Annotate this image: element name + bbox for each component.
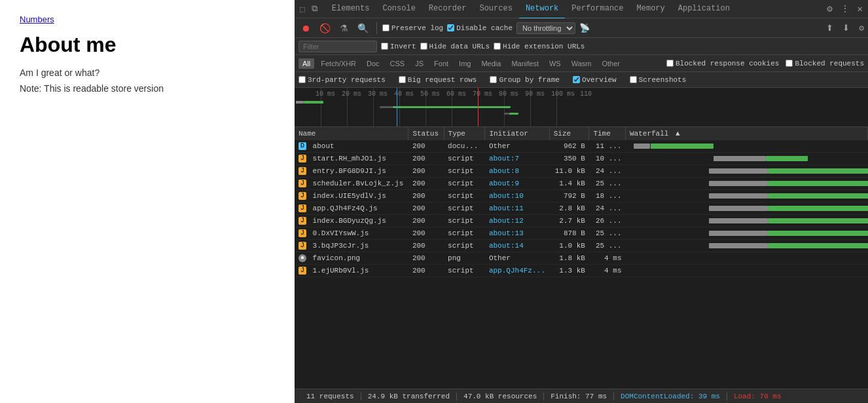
network-table-wrapper[interactable]: Name Status Type Initiator Size Time Wat… xyxy=(295,127,868,389)
screenshots-text: Screenshots xyxy=(639,76,687,84)
tab-elements[interactable]: Elements xyxy=(325,0,376,19)
filter-input[interactable] xyxy=(298,41,377,52)
col-header-status[interactable]: Status xyxy=(408,127,444,140)
screenshots-checkbox[interactable] xyxy=(630,76,637,83)
inspect-icon[interactable]: ⬚ xyxy=(297,3,308,16)
type-filter-img[interactable]: Img xyxy=(455,58,475,69)
tab-sources[interactable]: Sources xyxy=(473,0,518,19)
resource-name: 0.DxVIYswW.js xyxy=(313,229,369,237)
type-filter-fetch-xhr[interactable]: Fetch/XHR xyxy=(317,58,360,69)
domcontentloaded-line xyxy=(397,88,397,126)
type-filter-ws[interactable]: WS xyxy=(545,58,565,69)
resource-name: scheduler.BvLojk_z.js xyxy=(313,180,404,187)
cell-time: 10 ... xyxy=(589,153,626,165)
hide-extension-urls-checkbox[interactable] xyxy=(494,43,501,50)
blocked-requests-label[interactable]: Blocked requests xyxy=(786,60,864,67)
3rd-party-checkbox[interactable] xyxy=(298,76,306,83)
initiator-link[interactable]: about:9 xyxy=(489,180,519,187)
record-button[interactable]: ⏺ xyxy=(298,22,313,35)
preserve-log-label[interactable]: Preserve log xyxy=(382,24,443,32)
cell-size: 962 B xyxy=(549,140,589,153)
type-filter-css[interactable]: CSS xyxy=(386,58,409,69)
col-header-name[interactable]: Name xyxy=(295,127,408,140)
tab-network[interactable]: Network xyxy=(519,0,565,19)
initiator-link[interactable]: about:12 xyxy=(489,217,524,225)
initiator-link[interactable]: about:7 xyxy=(489,155,519,163)
blocked-response-cookies-label[interactable]: Blocked response cookies xyxy=(666,60,779,67)
offline-icon[interactable]: 📡 xyxy=(579,23,590,33)
import-button[interactable]: ⬇ xyxy=(840,22,852,34)
cell-type: script xyxy=(444,240,485,252)
initiator-link[interactable]: about:11 xyxy=(489,204,524,212)
settings-icon[interactable]: ⚙ xyxy=(824,2,835,16)
tab-recorder[interactable]: Recorder xyxy=(422,0,473,19)
hide-extension-urls-label[interactable]: Hide extension URLs xyxy=(494,43,585,50)
initiator-link[interactable]: about:13 xyxy=(489,229,524,237)
cell-type: script xyxy=(444,265,485,277)
group-by-frame-label[interactable]: Group by frame xyxy=(490,76,559,84)
tab-performance[interactable]: Performance xyxy=(565,0,630,19)
table-row[interactable]: J index.BGDyuzQg.js 200 script about:12 … xyxy=(295,215,868,227)
waterfall-gray-bar xyxy=(709,243,768,248)
tab-console[interactable]: Console xyxy=(376,0,422,19)
col-header-type[interactable]: Type xyxy=(444,127,485,140)
tab-application[interactable]: Application xyxy=(672,0,736,19)
type-filter-wasm[interactable]: Wasm xyxy=(568,58,596,69)
type-filter-other[interactable]: Other xyxy=(598,58,624,69)
col-header-time[interactable]: Time xyxy=(589,127,626,140)
status-finish: Finish: 77 ms xyxy=(544,393,614,400)
cell-initiator: Other xyxy=(485,252,549,265)
table-row[interactable]: J start.RH_mhJO1.js 200 script about:7 3… xyxy=(295,153,868,165)
blocked-requests-checkbox[interactable] xyxy=(786,60,793,67)
numbers-link[interactable]: Numbers xyxy=(20,14,54,24)
big-rows-label[interactable]: Big request rows xyxy=(399,76,477,84)
filter-toggle-button[interactable]: ⚗ xyxy=(337,22,351,35)
type-filter-manifest[interactable]: Manifest xyxy=(507,58,543,69)
table-row[interactable]: J app.QJh4Fz4Q.js 200 script about:11 2.… xyxy=(295,202,868,215)
overview-checkbox[interactable] xyxy=(573,76,580,83)
status-domcontent: DOMContentLoaded: 39 ms xyxy=(614,393,727,400)
table-row[interactable]: J entry.BFG8D9JI.js 200 script about:8 1… xyxy=(295,165,868,178)
tab-memory[interactable]: Memory xyxy=(630,0,672,19)
table-row[interactable]: J index.UIE5ydlV.js 200 script about:10 … xyxy=(295,190,868,202)
network-settings-icon[interactable]: ⚙ xyxy=(859,23,864,33)
initiator-link[interactable]: about:14 xyxy=(489,242,524,250)
table-row[interactable]: J 0.DxVIYswW.js 200 script about:13 878 … xyxy=(295,227,868,240)
throttling-select[interactable]: No throttling xyxy=(516,22,575,34)
type-filter-all[interactable]: All xyxy=(298,58,314,69)
type-filter-js[interactable]: JS xyxy=(411,58,427,69)
search-button[interactable]: 🔍 xyxy=(355,22,371,35)
export-button[interactable]: ⬆ xyxy=(823,22,836,34)
type-filter-font[interactable]: Font xyxy=(430,58,452,69)
type-filter-media[interactable]: Media xyxy=(477,58,505,69)
initiator-link[interactable]: about:10 xyxy=(489,192,524,200)
more-icon[interactable]: ⋮ xyxy=(838,2,852,16)
group-by-frame-checkbox[interactable] xyxy=(490,76,497,83)
table-row[interactable]: ● favicon.png 200 png Other 1.8 kB 4 ms xyxy=(295,252,868,265)
initiator-link[interactable]: app.QJh4Fz... xyxy=(489,267,545,275)
col-header-initiator[interactable]: Initiator xyxy=(485,127,549,140)
initiator-link[interactable]: about:8 xyxy=(489,167,519,175)
col-header-waterfall[interactable]: Waterfall ▲ xyxy=(626,127,868,140)
table-row[interactable]: J 3.bqJP3cJr.js 200 script about:14 1.0 … xyxy=(295,240,868,252)
preserve-log-checkbox[interactable] xyxy=(382,24,389,31)
big-rows-checkbox[interactable] xyxy=(399,76,406,83)
disable-cache-label[interactable]: Disable cache xyxy=(447,24,513,32)
hide-data-urls-checkbox[interactable] xyxy=(420,43,427,50)
table-row[interactable]: J 1.ejURb0Vl.js 200 script app.QJh4Fz...… xyxy=(295,265,868,277)
clear-button[interactable]: 🚫 xyxy=(317,22,333,35)
blocked-response-cookies-checkbox[interactable] xyxy=(666,60,674,67)
disable-cache-checkbox[interactable] xyxy=(447,24,454,31)
close-icon[interactable]: ✕ xyxy=(855,2,865,16)
device-icon[interactable]: ⧉ xyxy=(309,3,320,15)
invert-label[interactable]: Invert xyxy=(381,43,416,50)
table-row[interactable]: D about 200 docu... Other 962 B 11 ... xyxy=(295,140,868,153)
hide-data-urls-label[interactable]: Hide data URLs xyxy=(420,43,490,50)
col-header-size[interactable]: Size xyxy=(549,127,589,140)
3rd-party-label[interactable]: 3rd-party requests xyxy=(298,76,386,84)
overview-label[interactable]: Overview xyxy=(573,76,617,84)
type-filter-doc[interactable]: Doc xyxy=(363,58,384,69)
table-row[interactable]: J scheduler.BvLojk_z.js 200 script about… xyxy=(295,178,868,190)
screenshots-label[interactable]: Screenshots xyxy=(630,76,687,84)
invert-checkbox[interactable] xyxy=(381,43,388,50)
